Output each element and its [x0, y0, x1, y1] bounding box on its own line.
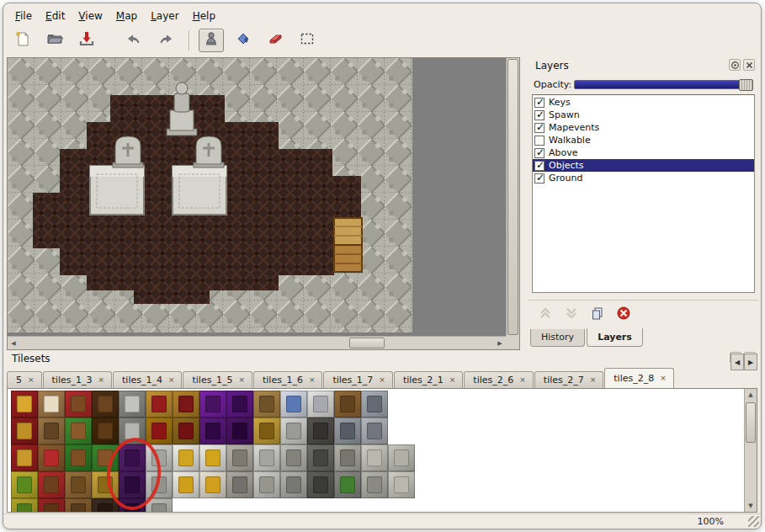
- tile-statue-praying[interactable]: [253, 444, 280, 471]
- close-panel-icon[interactable]: [743, 59, 755, 71]
- tile-door-stone[interactable]: [119, 391, 146, 418]
- tile-stone-slab[interactable]: [307, 418, 334, 444]
- tile-treasure-gold[interactable]: [199, 471, 226, 498]
- scroll-right-icon[interactable]: ▶: [494, 338, 506, 349]
- map-canvas[interactable]: [8, 58, 507, 337]
- layer-row-above[interactable]: ✓Above: [533, 146, 754, 159]
- tile-monument[interactable]: [334, 444, 361, 471]
- menu-item-help[interactable]: Help: [186, 8, 222, 24]
- resize-grip[interactable]: [748, 516, 759, 527]
- scroll-down-icon[interactable]: ▼: [745, 500, 757, 512]
- menu-item-map[interactable]: Map: [109, 8, 144, 24]
- layer-visibility-checkbox-walkable[interactable]: [534, 136, 545, 146]
- map-vscroll-thumb[interactable]: [507, 59, 518, 335]
- tileset-tab-tiles_1_4[interactable]: tiles_1_4×: [113, 371, 182, 388]
- tile-armor-knight-base[interactable]: [334, 418, 361, 444]
- scroll-up-icon[interactable]: ▲: [745, 389, 757, 401]
- tile-throne-purple-seat[interactable]: [199, 418, 226, 444]
- tile-banner-yellow[interactable]: [11, 471, 38, 498]
- tile-armor-knight[interactable]: [361, 391, 388, 418]
- duplicate-layer-button[interactable]: [589, 305, 606, 322]
- scroll-left-icon[interactable]: ◀: [8, 338, 19, 349]
- tile-barrel-base[interactable]: [65, 498, 92, 513]
- tile-wardrobe-base[interactable]: [92, 418, 119, 444]
- dock-tab-layers[interactable]: Layers: [587, 328, 643, 347]
- layer-row-mapevents[interactable]: ✓Mapevents: [533, 121, 754, 134]
- tab-close-icon[interactable]: ×: [379, 376, 385, 384]
- layer-visibility-checkbox-ground[interactable]: ✓: [534, 173, 545, 184]
- tile-banner-red-small[interactable]: [11, 444, 38, 471]
- select-tool-button[interactable]: [295, 29, 320, 52]
- tile-pot-red[interactable]: [65, 391, 92, 418]
- tileset-tab-5[interactable]: 5×: [7, 371, 42, 388]
- move-layer-down-button[interactable]: [563, 305, 580, 322]
- tile-banner-yellow-base[interactable]: [11, 498, 38, 513]
- move-layer-up-button[interactable]: [537, 305, 554, 322]
- tile-throne-gold-right[interactable]: [173, 391, 199, 418]
- tile-throne-gold-arm[interactable]: [173, 418, 199, 444]
- map-hscroll-thumb[interactable]: [349, 338, 385, 348]
- map-horizontal-scrollbar[interactable]: ◀ ▶: [8, 336, 506, 349]
- tile-tomb-white[interactable]: [280, 418, 307, 444]
- dock-tab-history[interactable]: History: [530, 329, 585, 347]
- open-file-button[interactable]: [42, 29, 67, 52]
- tile-statue-praying-base[interactable]: [253, 471, 280, 498]
- tile-cabinet-wood[interactable]: [334, 391, 361, 418]
- tile-throne-purple-right[interactable]: [226, 391, 253, 418]
- save-file-button[interactable]: [74, 29, 99, 52]
- tile-spinning-wheel[interactable]: [38, 418, 65, 444]
- tile-throne-gold-seat[interactable]: [146, 418, 173, 444]
- tileset-tab-tiles_1_7[interactable]: tiles_1_7×: [323, 371, 392, 388]
- fill-tool-button[interactable]: [231, 29, 256, 52]
- eraser-tool-button[interactable]: [263, 29, 288, 52]
- tab-close-icon[interactable]: ×: [238, 376, 245, 384]
- layer-row-spawn[interactable]: ✓Spawn: [533, 109, 754, 121]
- tileset-tab-tiles_1_3[interactable]: tiles_1_3×: [43, 371, 112, 388]
- map-vertical-scrollbar[interactable]: [506, 58, 519, 336]
- layer-visibility-checkbox-keys[interactable]: ✓: [534, 98, 545, 108]
- tileset-tab-tiles_2_8[interactable]: tiles_2_8×: [604, 368, 673, 388]
- float-panel-icon[interactable]: [729, 59, 741, 71]
- tile-armor-statue[interactable]: [361, 418, 388, 444]
- new-file-button[interactable]: [10, 29, 35, 52]
- layer-visibility-checkbox-above[interactable]: ✓: [534, 148, 545, 158]
- tile-plant-potted[interactable]: [65, 418, 92, 444]
- layer-row-keys[interactable]: ✓Keys: [533, 96, 754, 109]
- tileset-tab-tiles_1_5[interactable]: tiles_1_5×: [183, 371, 252, 388]
- tile-rock-pile[interactable]: [226, 444, 253, 471]
- tab-close-icon[interactable]: ×: [590, 376, 597, 384]
- menu-item-edit[interactable]: Edit: [39, 8, 72, 24]
- menu-item-view[interactable]: View: [72, 8, 109, 24]
- opacity-slider-handle[interactable]: [739, 79, 753, 91]
- tileset-vscroll-thumb[interactable]: [746, 402, 756, 443]
- tile-shelf-trinkets[interactable]: [253, 391, 280, 418]
- layer-visibility-checkbox-objects[interactable]: ✓: [534, 161, 545, 171]
- tile-frame-picture[interactable]: [280, 391, 307, 418]
- tile-throne-purple-left[interactable]: [199, 391, 226, 418]
- tile-bookshelf[interactable]: [38, 444, 65, 471]
- tile-gargoyle-light[interactable]: [280, 444, 307, 471]
- tile-gargoyle-dark-base[interactable]: [307, 471, 334, 498]
- tab-close-icon[interactable]: ×: [519, 376, 526, 384]
- tile-gargoyle-light-base[interactable]: [280, 471, 307, 498]
- tab-close-icon[interactable]: ×: [168, 376, 175, 384]
- tileset-tab-tiles_2_6[interactable]: tiles_2_6×: [464, 371, 533, 388]
- tileset-tab-tiles_2_1[interactable]: tiles_2_1×: [394, 371, 463, 388]
- tile-pot-red-base[interactable]: [38, 498, 65, 513]
- tile-plant-potted-2[interactable]: [65, 444, 92, 471]
- tab-close-icon[interactable]: ×: [28, 376, 35, 384]
- layer-row-ground[interactable]: ✓Ground: [533, 172, 754, 184]
- tab-close-icon[interactable]: ×: [660, 375, 667, 382]
- tab-close-icon[interactable]: ×: [309, 376, 316, 384]
- tile-horn-gold[interactable]: [173, 471, 199, 498]
- tab-close-icon[interactable]: ×: [449, 376, 456, 384]
- tile-barrel[interactable]: [65, 471, 92, 498]
- layer-row-walkable[interactable]: Walkable: [533, 134, 754, 146]
- layer-visibility-checkbox-mapevents[interactable]: ✓: [534, 123, 545, 133]
- tileset-tab-tiles_2_7[interactable]: tiles_2_7×: [534, 371, 603, 388]
- tileset-vertical-scrollbar[interactable]: ▲ ▼: [744, 389, 757, 512]
- tile-rock-pile-2[interactable]: [226, 471, 253, 498]
- menu-item-layer[interactable]: Layer: [144, 8, 185, 24]
- tile-vase-plant[interactable]: [334, 471, 361, 498]
- tile-throne-purple-arm[interactable]: [226, 418, 253, 444]
